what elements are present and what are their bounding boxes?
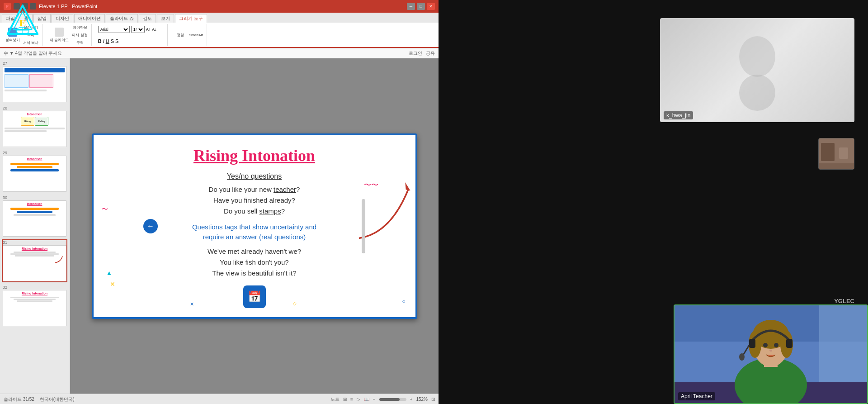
ribbon: 파일 홈 삽입 디자인 애니메이션 슬라이드 쇼 검토 보기 그리기 도구 붙여… <box>0 13 439 48</box>
deco-cross-yellow: ✕ <box>110 280 115 288</box>
main-slide-area: ← Rising Intonation Yes/no questions Do … <box>70 58 439 394</box>
font-family-select[interactable]: Arial <box>98 26 130 33</box>
tab-design[interactable]: 디자인 <box>52 14 73 23</box>
zoom-minus-btn[interactable]: − <box>373 397 376 402</box>
scroll-bar[interactable] <box>362 199 365 253</box>
slide-thumb-32[interactable]: 32 Rising Intonation <box>2 284 67 327</box>
svg-point-25 <box>774 343 778 347</box>
ribbon-btn-reset[interactable]: 다시 설정 <box>71 32 88 38</box>
user-account-label: 로그인 공유 <box>409 50 435 57</box>
slide-tag-example-3: The view is beautiful isn't it? <box>94 268 415 279</box>
ribbon-btn-arrange[interactable]: 정렬 <box>174 32 187 38</box>
svg-rect-12 <box>839 147 848 159</box>
slide-thumb-27[interactable]: 27 <box>2 60 67 103</box>
slide-thumb-28[interactable]: 28 Intonation Rising Falling <box>2 105 67 148</box>
tab-slideshow[interactable]: 슬라이드 쇼 <box>106 14 138 23</box>
slide-tag-example-2: You like fish don't you? <box>94 257 415 268</box>
shadow-btn[interactable]: S <box>115 38 118 44</box>
ribbon-group-shapes: 정렬 SmartArt <box>171 24 208 46</box>
svg-rect-11 <box>821 143 835 161</box>
zoom-slider[interactable] <box>379 398 406 401</box>
video-panel: k_hwa_jin YGLEC <box>439 0 868 404</box>
slide-tag-example-1: We've met already haven't we? <box>94 246 415 257</box>
calendar-icon[interactable]: 📅 <box>243 285 266 308</box>
deco-wavy-pink-left: 〜 <box>102 205 108 214</box>
shape-search-label: 수 ▼ 4열 작업을 알려 주세요 <box>4 50 62 57</box>
svg-line-29 <box>743 345 749 356</box>
status-bar: 슬라이드 31/52 한국어(대한민국) 노트 ⊞ ≡ ▷ 📖 − + 152%… <box>0 394 439 404</box>
font-increase-btn[interactable]: A↑ <box>146 27 151 32</box>
teacher-figure-svg <box>708 308 834 403</box>
strikethrough-btn[interactable]: S <box>111 38 114 44</box>
window-title: Elevate 1 PP - PowerPoint <box>39 4 97 9</box>
app-logo: E <box>7 5 43 41</box>
ribbon-content: 붙여넣기 잘라내기 복사 서식 복사 새 슬라이드 <box>0 23 439 48</box>
svg-point-24 <box>763 343 768 347</box>
minimize-button[interactable]: ─ <box>407 3 415 10</box>
tab-animation[interactable]: 애니메이션 <box>74 14 105 23</box>
slide-container: Rising Intonation Yes/no questions Do yo… <box>92 133 417 319</box>
slide-thumb-29[interactable]: 29 Intonation <box>2 150 67 193</box>
view-outline-icon[interactable]: ≡ <box>350 397 353 402</box>
ghost-figure-svg <box>717 25 798 115</box>
video-small-thumbnail[interactable] <box>818 138 854 170</box>
deco-diamond-gold: ◇ <box>293 301 297 306</box>
ribbon-btn-layout[interactable]: 레이아웃 <box>71 24 88 31</box>
video-bottom-april: April Teacher <box>674 304 868 404</box>
workspace: 27 28 Intonation <box>0 58 439 394</box>
ribbon-tabs: 파일 홈 삽입 디자인 애니메이션 슬라이드 쇼 검토 보기 그리기 도구 <box>0 13 439 23</box>
nav-left-button[interactable]: ← <box>143 219 158 233</box>
svg-rect-27 <box>749 339 755 348</box>
svg-rect-13 <box>819 163 854 170</box>
deco-triangle-teal: ▲ <box>106 269 113 276</box>
slide-panel: 27 28 Intonation <box>0 58 70 394</box>
view-reading-icon[interactable]: 📖 <box>364 397 369 402</box>
deco-cross-blue-bottom: ✕ <box>190 301 194 307</box>
powerpoint-window: P Elevate 1 PP - PowerPoint ─ □ ✕ 파일 홈 삽… <box>0 0 439 404</box>
video-top-label: k_hwa_jin <box>664 111 693 119</box>
ribbon-group-font: Arial 14 A↑ A↓ B I U S S <box>95 24 168 46</box>
title-bar: P Elevate 1 PP - PowerPoint ─ □ ✕ <box>0 0 439 13</box>
tab-view[interactable]: 보기 <box>157 14 174 23</box>
video-top-khwajin: k_hwa_jin <box>660 18 854 122</box>
video-small-feed <box>819 138 854 169</box>
yglec-label: YGLEC <box>834 298 854 304</box>
view-normal-icon[interactable]: ⊞ <box>343 397 347 402</box>
video-bottom-label: April Teacher <box>678 392 715 400</box>
italic-btn[interactable]: I <box>103 38 104 44</box>
formula-bar: 수 ▼ 4열 작업을 알려 주세요 로그인 공유 <box>0 48 439 58</box>
zoom-level: 152% <box>416 397 428 402</box>
ribbon-btn-new-slide[interactable]: 새 슬라이드 <box>49 27 70 43</box>
ribbon-btn-smartart[interactable]: SmartArt <box>188 32 204 38</box>
view-slide-show-icon[interactable]: ▷ <box>357 397 360 402</box>
close-button[interactable]: ✕ <box>427 3 435 10</box>
korean-language-label: 한국어(대한민국) <box>40 396 75 403</box>
room-scene-svg <box>819 138 854 170</box>
fit-window-btn[interactable]: ⊡ <box>431 397 435 402</box>
deco-circle-blue-right: ○ <box>402 298 405 304</box>
font-decrease-btn[interactable]: A↓ <box>152 27 157 32</box>
tab-drawing-tools[interactable]: 그리기 도구 <box>175 14 207 23</box>
svg-point-30 <box>739 353 745 361</box>
tab-review[interactable]: 검토 <box>139 14 156 23</box>
slide-thumb-31[interactable]: 31 Rising Intonation <box>2 239 67 282</box>
notes-label[interactable]: 노트 <box>330 396 340 403</box>
maximize-button[interactable]: □ <box>417 3 425 10</box>
underline-btn[interactable]: U <box>106 38 109 44</box>
svg-rect-28 <box>786 339 793 348</box>
svg-rect-9 <box>739 75 775 111</box>
svg-point-26 <box>769 350 772 352</box>
slide-tag-examples: We've met already haven't we? You like f… <box>94 246 415 279</box>
font-size-select[interactable]: 14 <box>131 26 145 33</box>
slide-counter: 슬라이드 31/52 <box>4 396 34 403</box>
ribbon-btn-section[interactable]: 구역 <box>71 39 88 46</box>
slide-title: Rising Intonation <box>94 146 415 165</box>
ribbon-group-slides: 새 슬라이드 레이아웃 다시 설정 구역 <box>46 24 91 46</box>
video-bottom-feed <box>675 305 867 403</box>
zoom-plus-btn[interactable]: + <box>410 397 413 402</box>
slide-thumb-30[interactable]: 30 Intonation <box>2 195 67 238</box>
svg-point-8 <box>739 36 775 77</box>
bold-btn[interactable]: B <box>98 38 102 44</box>
video-top-feed <box>660 18 854 122</box>
